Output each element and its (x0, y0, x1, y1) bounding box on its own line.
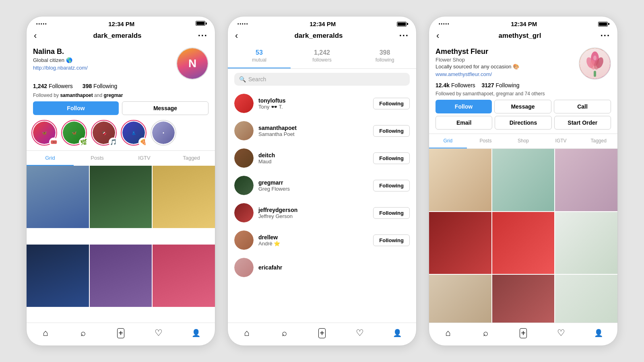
search-nav-1[interactable]: ⌕ (75, 327, 91, 339)
follower-name-3: Greg Flowers (258, 186, 368, 192)
tab-grid-1[interactable]: Grid (27, 151, 74, 166)
profile-content-1: Nalina B. Global citizen 🌎 http://blog.n… (27, 44, 215, 323)
follower-username-5[interactable]: drellew (258, 234, 368, 241)
story-item-4[interactable]: 👗 🍕 (121, 120, 147, 146)
flower-cell-2[interactable] (492, 149, 555, 211)
flower-cell-4[interactable] (429, 212, 491, 274)
tab-following[interactable]: 398 following (353, 44, 416, 68)
business-tab-tagged[interactable]: Tagged (580, 134, 617, 148)
flower-cell-9[interactable] (555, 275, 617, 323)
tab-posts-1[interactable]: Posts (74, 151, 121, 166)
business-email-button[interactable]: Email (436, 116, 492, 130)
follower-avatar-5[interactable] (234, 230, 254, 250)
following-btn-3[interactable]: Following (373, 180, 410, 191)
follower-username-2[interactable]: deitch (258, 152, 368, 158)
business-avatar (579, 47, 611, 80)
flower-cell-1[interactable] (429, 149, 491, 211)
business-tab-shop[interactable]: Shop (504, 134, 542, 148)
following-count: 398 (353, 49, 416, 56)
more-button-1[interactable]: ··· (198, 31, 208, 41)
follower-username-4[interactable]: jeffreydgerson (258, 207, 368, 213)
mutual-label: mutual (252, 57, 266, 63)
back-button-3[interactable]: ‹ (436, 31, 439, 41)
business-start-order-button[interactable]: Start Order (554, 116, 611, 130)
back-button-1[interactable]: ‹ (34, 31, 37, 41)
flower-cell-5[interactable] (492, 212, 555, 274)
business-link[interactable]: www.amethystfleur.com/ (436, 71, 492, 77)
profile-nav-2[interactable]: 👤 (389, 327, 405, 339)
flower-cell-3[interactable] (555, 149, 617, 211)
following-stat-1: 398 Following (83, 83, 117, 89)
tab-mutual[interactable]: 53 mutual (228, 44, 291, 68)
follower-item-0: tonyloftus Tony 🕶️ T. Following (228, 90, 416, 117)
following-btn-1[interactable]: Following (373, 125, 410, 137)
profile-nav-3[interactable]: 👤 (590, 327, 607, 339)
business-directions-button[interactable]: Directions (495, 116, 551, 130)
search-nav-2[interactable]: ⌕ (276, 327, 292, 339)
more-button-2[interactable]: ··· (399, 31, 409, 41)
follower-info-4: jeffreydgerson Jeffrey Gerson (258, 207, 368, 219)
following-btn-5[interactable]: Following (373, 234, 410, 246)
business-tab-posts[interactable]: Posts (467, 134, 505, 148)
grid-cell-5[interactable] (90, 245, 152, 307)
tab-igtv-1[interactable]: IGTV (121, 151, 168, 166)
flower-cell-7[interactable] (429, 275, 491, 323)
grid-cell-1[interactable] (27, 166, 89, 228)
follower-avatar-0[interactable] (234, 94, 254, 113)
business-profile-content: Amethyst Fleur Flower Shop Locally sourc… (429, 44, 617, 323)
message-button-1[interactable]: Message (122, 101, 208, 115)
follower-username-1[interactable]: samanthapoet (258, 125, 368, 131)
follower-username-3[interactable]: gregmarr (258, 179, 368, 186)
signal-dots-1: ••••• (36, 22, 47, 26)
grid-cell-3[interactable] (153, 166, 215, 228)
following-btn-4[interactable]: Following (373, 207, 410, 219)
story-item-2[interactable]: 🦋 🌿 (61, 120, 87, 146)
follower-username-0[interactable]: tonyloftus (258, 97, 368, 104)
more-button-3[interactable]: ··· (601, 31, 610, 41)
grid-cell-4[interactable] (27, 245, 89, 307)
follow-button-1[interactable]: Follow (33, 101, 119, 115)
add-nav-1[interactable]: + (113, 327, 129, 339)
business-name: Amethyst Fleur (436, 47, 572, 56)
follower-avatar-1[interactable] (234, 121, 254, 140)
business-tab-igtv[interactable]: IGTV (542, 134, 580, 148)
following-btn-2[interactable]: Following (373, 152, 410, 164)
business-follow-button[interactable]: Follow (436, 100, 492, 113)
story-item-5[interactable]: • (151, 120, 176, 146)
following-btn-0[interactable]: Following (373, 98, 410, 109)
search-bar[interactable]: 🔍 Search (234, 73, 410, 86)
business-message-button[interactable]: Message (494, 100, 551, 113)
home-nav-2[interactable]: ⌂ (239, 327, 255, 339)
followers-tabs: 53 mutual 1,242 followers 398 following (228, 44, 416, 69)
story-item-1[interactable]: 🦋 🎟️ (31, 120, 57, 146)
add-nav-2[interactable]: + (314, 327, 330, 339)
add-nav-3[interactable]: + (515, 327, 531, 339)
business-tab-grid[interactable]: Grid (429, 134, 467, 148)
likes-nav-1[interactable]: ♡ (151, 327, 167, 339)
follower-avatar-4[interactable] (234, 203, 254, 222)
business-top: Amethyst Fleur Flower Shop Locally sourc… (436, 47, 611, 80)
follower-username-6[interactable]: ericafahr (258, 264, 410, 271)
business-call-button[interactable]: Call (554, 100, 611, 113)
follower-avatar-2[interactable] (234, 148, 254, 168)
search-nav-3[interactable]: ⌕ (477, 327, 493, 339)
tab-tagged-1[interactable]: Tagged (168, 151, 215, 166)
business-bio: Locally sourced for any occasion 🎨 (436, 64, 572, 70)
back-button-2[interactable]: ‹ (235, 31, 238, 41)
grid-cell-6[interactable] (153, 245, 215, 307)
home-nav-1[interactable]: ⌂ (37, 327, 54, 339)
phone-profile: ••••• 12:34 PM ‹ dark_emeralds ··· Nalin… (26, 16, 215, 346)
story-item-3[interactable]: 🍫 🎵 (91, 120, 117, 146)
follower-avatar-6[interactable] (234, 258, 254, 277)
follower-info-0: tonyloftus Tony 🕶️ T. (258, 97, 368, 110)
grid-cell-2[interactable] (90, 166, 152, 228)
home-nav-3[interactable]: ⌂ (440, 327, 456, 339)
follower-avatar-3[interactable] (234, 176, 254, 195)
likes-nav-3[interactable]: ♡ (553, 327, 569, 339)
likes-nav-2[interactable]: ♡ (352, 327, 368, 339)
tab-followers[interactable]: 1,242 followers (291, 44, 353, 68)
profile-nav-1[interactable]: 👤 (188, 327, 204, 339)
flower-cell-8[interactable] (492, 275, 555, 323)
profile-link-1[interactable]: http://blog.nbaratz.com/ (33, 65, 88, 71)
flower-cell-6[interactable] (555, 212, 617, 274)
